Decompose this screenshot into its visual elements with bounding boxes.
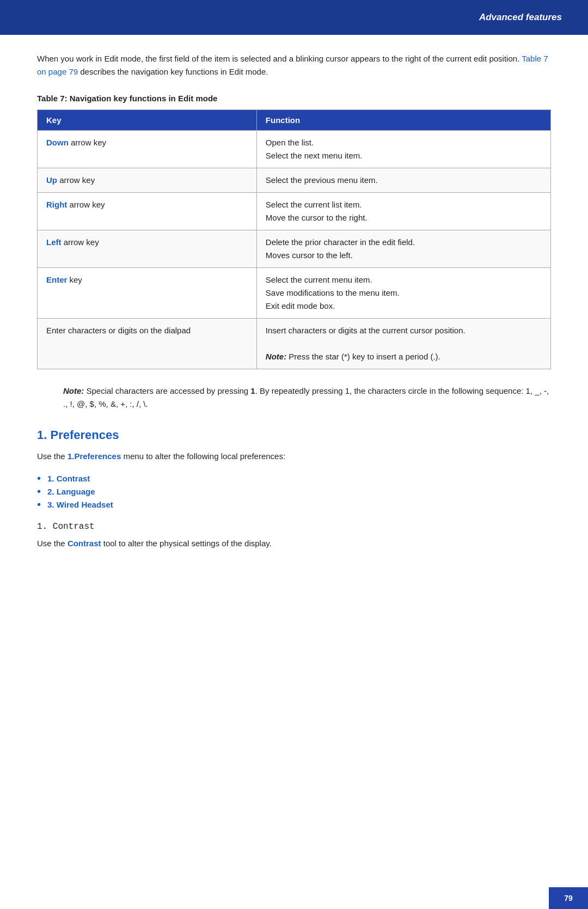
key-cell: Down arrow key (38, 131, 257, 168)
section1-intro: Use the 1.Preferences menu to alter the … (37, 450, 551, 463)
key-bold-right: Right (46, 200, 67, 209)
table-title: Table 7: Navigation key functions in Edi… (37, 94, 551, 103)
function-cell: Select the current menu item.Save modifi… (256, 268, 550, 319)
sub-section-contrast-heading: 1. Contrast (37, 522, 551, 532)
page-title: Advanced features (479, 12, 562, 23)
bottom-note-paragraph: Note: Special characters are accessed by… (37, 385, 551, 411)
preferences-bullet-list: • 1. Contrast • 2. Language • 3. Wired H… (37, 473, 551, 510)
function-cell: Insert characters or digits at the curre… (256, 319, 550, 369)
function-cell: Select the current list item.Move the cu… (256, 193, 550, 230)
key-cell: Right arrow key (38, 193, 257, 230)
preferences-link-text: 1.Preferences (68, 452, 121, 461)
bullet-icon: • (37, 473, 41, 484)
key-cell: Enter key (38, 268, 257, 319)
key-bold-down: Down (46, 138, 69, 147)
col-header-function: Function (256, 110, 550, 131)
table-row: Enter characters or digits on the dialpa… (38, 319, 551, 369)
table-row: Down arrow key Open the list.Select the … (38, 131, 551, 168)
page-number: 79 (564, 894, 573, 902)
bottom-note-label: Note: (63, 386, 84, 395)
bullet-icon: • (37, 486, 41, 497)
intro-text-before-link: When you work in Edit mode, the first fi… (37, 54, 519, 63)
page-number-bar: 79 (549, 887, 588, 909)
preferences-link[interactable]: 1.Preferences (68, 452, 121, 461)
language-link[interactable]: 2. Language (47, 487, 95, 496)
key-cell: Up arrow key (38, 168, 257, 193)
bullet-icon: • (37, 499, 41, 510)
bottom-note-text: Special characters are accessed by press… (63, 386, 549, 408)
header-bar: Advanced features (0, 0, 588, 35)
nav-key-table: Key Function Down arrow key Open the lis… (37, 109, 551, 369)
table-row: Enter key Select the current menu item.S… (38, 268, 551, 319)
intro-paragraph: When you work in Edit mode, the first fi… (37, 52, 551, 78)
intro-text-after-link: describes the navigation key functions i… (80, 67, 268, 76)
function-cell: Open the list.Select the next menu item. (256, 131, 550, 168)
list-item: • 2. Language (37, 486, 551, 497)
key-bold-left: Left (46, 237, 62, 247)
contrast-tool-link-text: Contrast (68, 539, 101, 548)
contrast-text-prefix: Use the (37, 539, 68, 548)
note-label: Note: (266, 352, 286, 361)
section1-intro-prefix: Use the (37, 452, 68, 461)
key-bold-enter: Enter (46, 275, 67, 284)
table-row: Up arrow key Select the previous menu it… (38, 168, 551, 193)
list-item: • 3. Wired Headset (37, 499, 551, 510)
sub-section-contrast-text: Use the Contrast tool to alter the physi… (37, 537, 551, 550)
function-cell: Delete the prior character in the edit f… (256, 230, 550, 268)
key-cell: Enter characters or digits on the dialpa… (38, 319, 257, 369)
contrast-text-suffix: tool to alter the physical settings of t… (103, 539, 272, 548)
contrast-link[interactable]: 1. Contrast (47, 474, 90, 483)
page-content: When you work in Edit mode, the first fi… (0, 35, 588, 594)
section1-intro-suffix: menu to alter the following local prefer… (123, 452, 285, 461)
section-heading-preferences: 1. Preferences (37, 428, 551, 442)
dialpad-note: Note: Press the star (*) key to insert a… (266, 352, 440, 361)
key-cell: Left arrow key (38, 230, 257, 268)
wired-headset-link[interactable]: 3. Wired Headset (47, 500, 113, 509)
key-bold-up: Up (46, 175, 57, 185)
col-header-key: Key (38, 110, 257, 131)
list-item: • 1. Contrast (37, 473, 551, 484)
table-row: Left arrow key Delete the prior characte… (38, 230, 551, 268)
function-cell: Select the previous menu item. (256, 168, 550, 193)
contrast-tool-link[interactable]: Contrast (68, 539, 101, 548)
table-row: Right arrow key Select the current list … (38, 193, 551, 230)
table-header-row: Key Function (38, 110, 551, 131)
